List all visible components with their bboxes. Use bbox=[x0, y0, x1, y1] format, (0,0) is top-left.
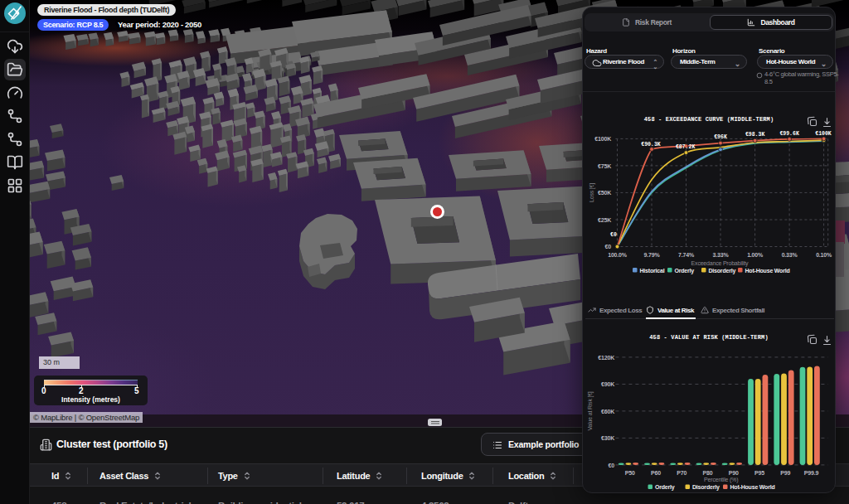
svg-text:458 - EXCEEDANCE CURVE (MIDDLE: 458 - EXCEEDANCE CURVE (MIDDLE-TERM) bbox=[644, 116, 774, 123]
svg-text:€90K: €90K bbox=[601, 381, 614, 387]
svg-text:Orderly: Orderly bbox=[675, 268, 695, 274]
svg-text:€30K: €30K bbox=[601, 435, 614, 441]
svg-text:P95: P95 bbox=[754, 470, 764, 476]
svg-text:1.00%: 1.00% bbox=[747, 252, 764, 258]
svg-text:€0: €0 bbox=[610, 232, 617, 238]
svg-text:€0: €0 bbox=[609, 463, 615, 468]
svg-text:P80: P80 bbox=[703, 470, 713, 476]
svg-text:€60K: €60K bbox=[601, 409, 614, 414]
svg-text:7.74%: 7.74% bbox=[678, 252, 695, 258]
svg-text:€90.3K: €90.3K bbox=[641, 142, 661, 148]
svg-text:458 - VALUE AT RISK (MIDDLE-TE: 458 - VALUE AT RISK (MIDDLE-TERM) bbox=[649, 334, 769, 341]
svg-text:P99.9: P99.9 bbox=[804, 470, 819, 476]
svg-text:0.10%: 0.10% bbox=[816, 252, 832, 258]
svg-text:Orderly: Orderly bbox=[655, 484, 675, 491]
svg-text:9.79%: 9.79% bbox=[644, 252, 661, 258]
svg-text:P70: P70 bbox=[677, 470, 686, 476]
svg-text:€98.3K: €98.3K bbox=[745, 132, 765, 138]
svg-text:€87.2K: €87.2K bbox=[676, 144, 696, 150]
svg-text:€100K: €100K bbox=[594, 136, 611, 142]
svg-text:Exceedance Probability: Exceedance Probability bbox=[691, 260, 749, 267]
svg-text:€100K: €100K bbox=[815, 131, 832, 137]
svg-text:€99.6K: €99.6K bbox=[779, 131, 799, 137]
svg-text:P99: P99 bbox=[780, 470, 790, 476]
svg-text:Disorderly: Disorderly bbox=[692, 484, 720, 491]
svg-text:€25K: €25K bbox=[598, 217, 611, 223]
svg-text:Disorderly: Disorderly bbox=[709, 268, 736, 274]
svg-text:€0: €0 bbox=[605, 244, 612, 250]
svg-text:€75K: €75K bbox=[598, 163, 611, 169]
svg-text:P50: P50 bbox=[625, 470, 635, 476]
svg-text:0.33%: 0.33% bbox=[782, 252, 798, 258]
svg-text:€96K: €96K bbox=[714, 134, 727, 140]
svg-text:Percentile (%): Percentile (%) bbox=[704, 477, 738, 483]
svg-text:Historical: Historical bbox=[640, 268, 665, 274]
svg-text:3.33%: 3.33% bbox=[713, 252, 730, 258]
svg-text:P60: P60 bbox=[651, 470, 661, 476]
svg-text:100.0%: 100.0% bbox=[608, 252, 628, 258]
svg-text:Loss [€]: Loss [€] bbox=[589, 183, 595, 202]
svg-text:€50K: €50K bbox=[598, 190, 611, 196]
svg-text:€120K: €120K bbox=[598, 355, 614, 361]
svg-text:Value at Risk [€]: Value at Risk [€] bbox=[588, 391, 594, 430]
svg-text:P90: P90 bbox=[729, 470, 739, 476]
svg-text:Hot-House World: Hot-House World bbox=[730, 484, 775, 490]
svg-text:Hot-House World: Hot-House World bbox=[745, 268, 790, 274]
